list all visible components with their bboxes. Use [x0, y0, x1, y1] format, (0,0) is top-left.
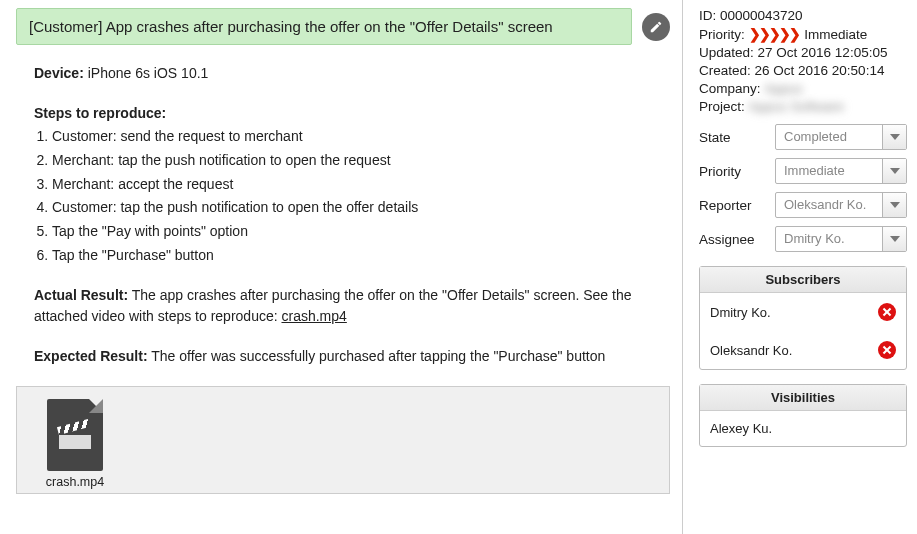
steps-list: Customer: send the request to merchant M… [52, 126, 670, 266]
priority-chevrons-icon: ❯❯❯❯❯ [749, 27, 799, 42]
device-value: iPhone 6s iOS 10.1 [88, 65, 209, 81]
priority-dropdown[interactable]: Immediate [775, 158, 907, 184]
device-section: Device: iPhone 6s iOS 10.1 [34, 63, 670, 85]
attachment-link[interactable]: crash.mp4 [281, 308, 346, 324]
actual-result-section: Actual Result: The app crashes after pur… [34, 285, 670, 328]
meta-priority: Priority: ❯❯❯❯❯ Immediate [699, 26, 907, 42]
chevron-down-icon [882, 227, 906, 251]
reporter-dropdown[interactable]: Oleksandr Ko. [775, 192, 907, 218]
meta-updated: Updated: 27 Oct 2016 12:05:05 [699, 45, 907, 60]
remove-subscriber-button[interactable] [878, 303, 896, 321]
assignee-label: Assignee [699, 232, 765, 247]
assignee-dropdown[interactable]: Dmitry Ko. [775, 226, 907, 252]
meta-company: Company: Appus [699, 81, 907, 96]
device-label: Device: [34, 65, 84, 81]
issue-title: [Customer] App crashes after purchasing … [16, 8, 632, 45]
meta-id: ID: 00000043720 [699, 8, 907, 23]
meta-created: Created: 26 Oct 2016 20:50:14 [699, 63, 907, 78]
visibility-item: Alexey Ku. [700, 411, 906, 446]
attachment-filename: crash.mp4 [39, 475, 111, 489]
actual-label: Actual Result: [34, 287, 128, 303]
state-label: State [699, 130, 765, 145]
reporter-label: Reporter [699, 198, 765, 213]
step-item: Merchant: tap the push notification to o… [52, 150, 670, 172]
visibilities-heading: Visibilities [700, 385, 906, 411]
video-file-icon [47, 399, 103, 471]
chevron-down-icon [882, 125, 906, 149]
pencil-icon [649, 20, 663, 34]
chevron-down-icon [882, 159, 906, 183]
steps-section: Steps to reproduce: Customer: send the r… [34, 103, 670, 267]
step-item: Customer: send the request to merchant [52, 126, 670, 148]
clapperboard-icon [59, 427, 91, 449]
edit-button[interactable] [642, 13, 670, 41]
remove-subscriber-button[interactable] [878, 341, 896, 359]
attachment-thumbnail[interactable]: crash.mp4 [39, 399, 111, 489]
steps-label: Steps to reproduce: [34, 103, 670, 125]
meta-project: Project: Appus Software [699, 99, 907, 114]
step-item: Customer: tap the push notification to o… [52, 197, 670, 219]
main-content: [Customer] App crashes after purchasing … [0, 0, 682, 534]
chevron-down-icon [882, 193, 906, 217]
step-item: Merchant: accept the request [52, 174, 670, 196]
state-dropdown[interactable]: Completed [775, 124, 907, 150]
subscribers-heading: Subscribers [700, 267, 906, 293]
step-item: Tap the "Purchase" button [52, 245, 670, 267]
subscriber-item: Oleksandr Ko. [700, 331, 906, 369]
expected-label: Expected Result: [34, 348, 148, 364]
sidebar: ID: 00000043720 Priority: ❯❯❯❯❯ Immediat… [682, 0, 917, 534]
attachment-area: crash.mp4 [16, 386, 670, 494]
title-row: [Customer] App crashes after purchasing … [16, 8, 670, 45]
expected-result-section: Expected Result: The offer was successfu… [34, 346, 670, 368]
step-item: Tap the "Pay with points" option [52, 221, 670, 243]
visibilities-panel: Visibilities Alexey Ku. [699, 384, 907, 447]
subscribers-panel: Subscribers Dmitry Ko. Oleksandr Ko. [699, 266, 907, 370]
subscriber-item: Dmitry Ko. [700, 293, 906, 331]
priority-label: Priority [699, 164, 765, 179]
field-controls: State Completed Priority Immediate Repor… [699, 124, 907, 252]
expected-text: The offer was successfully purchased aft… [151, 348, 605, 364]
